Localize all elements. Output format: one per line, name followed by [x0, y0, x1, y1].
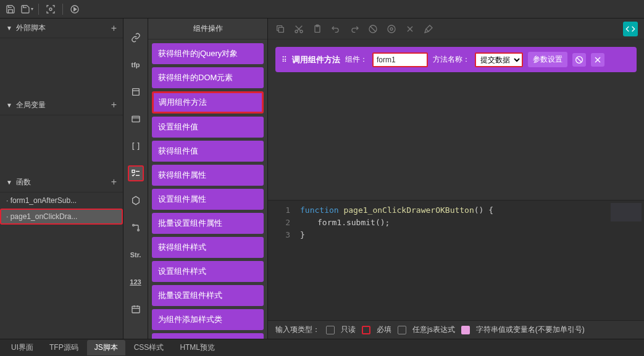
svg-line-31: [577, 57, 582, 62]
bottom-tabs: UI界面 TFP源码 JS脚本 CSS样式 HTML预览: [0, 339, 644, 356]
legend-readonly: 只读: [341, 325, 356, 335]
target-icon[interactable]: [44, 2, 57, 16]
chevron-down-icon: ▼: [6, 102, 12, 109]
tab-html[interactable]: HTML预览: [172, 340, 222, 355]
op-btn[interactable]: 设置组件属性: [152, 189, 264, 210]
add-icon[interactable]: +: [111, 23, 117, 34]
rail-str[interactable]: Str.: [128, 247, 144, 263]
svg-rect-5: [132, 116, 140, 122]
svg-point-26: [390, 28, 393, 30]
section-external-scripts[interactable]: ▼ 外部脚本 +: [0, 19, 123, 38]
svg-rect-3: [132, 89, 139, 96]
svg-point-27: [388, 25, 395, 33]
tab-tfp[interactable]: TFP源码: [42, 340, 86, 355]
svg-line-25: [370, 27, 375, 31]
op-btn[interactable]: 获得组件属性: [152, 165, 264, 186]
chevron-down-icon: ▼: [6, 179, 12, 186]
legend-required: 必填: [377, 325, 391, 335]
op-btn[interactable]: 移除组件的样式类: [152, 333, 264, 339]
legend-title: 输入项类型：: [275, 325, 320, 335]
op-btn[interactable]: 获得组件的jQuery对象: [152, 43, 264, 64]
svg-rect-7: [132, 170, 135, 173]
top-toolbar: ▾: [0, 0, 644, 19]
gutter: 1 2 3: [268, 201, 295, 321]
tab-css[interactable]: CSS样式: [127, 340, 172, 355]
save-dropdown-icon[interactable]: ▾: [20, 2, 33, 16]
op-btn[interactable]: 设置组件样式: [152, 261, 264, 282]
redo-icon[interactable]: [348, 23, 361, 35]
tab-ui[interactable]: UI界面: [4, 340, 41, 355]
rail-num[interactable]: 123: [128, 274, 144, 290]
left-panel: ▼ 外部脚本 + ▼ 全局变量 + ▼ 函数 + · form1_onAfter…: [0, 19, 123, 339]
component-label: 组件：: [345, 54, 367, 65]
code-view-icon[interactable]: [623, 22, 638, 36]
builder-area: ⠿ 调用组件方法 组件： 方法名称： 提交数据 参数设置: [268, 39, 644, 80]
op-btn[interactable]: 获得组件值: [152, 141, 264, 162]
undo-icon[interactable]: [330, 23, 342, 35]
drag-handle-icon[interactable]: ⠿: [282, 56, 287, 64]
rail-link-icon[interactable]: [128, 30, 144, 46]
ops-list[interactable]: 获得组件的jQuery对象 获得组件的DOM元素 调用组件方法 设置组件值 获得…: [148, 39, 267, 339]
brush-icon[interactable]: [422, 23, 435, 35]
rail-tfp[interactable]: tfp: [128, 57, 144, 73]
rail-brackets-icon[interactable]: [128, 138, 144, 154]
add-icon[interactable]: +: [111, 99, 117, 110]
settings-icon[interactable]: [385, 23, 398, 35]
save-icon[interactable]: [4, 2, 17, 16]
method-label: 方法名称：: [433, 54, 470, 65]
param-settings-button[interactable]: 参数设置: [528, 52, 567, 67]
rail-hex-icon[interactable]: [128, 192, 144, 209]
disable-icon[interactable]: [572, 53, 586, 67]
method-select[interactable]: 提交数据: [475, 52, 523, 67]
legend-bar: 输入项类型： 只读 必填 任意js表达式 字符串值或变量名(不要加单引号): [268, 320, 644, 339]
rail-flow-icon[interactable]: [128, 220, 144, 236]
block-icon[interactable]: [367, 23, 379, 35]
section-body: [0, 38, 123, 96]
separator: [38, 4, 39, 15]
play-icon[interactable]: [68, 2, 82, 16]
function-item-active[interactable]: · page1_onClickDra...: [0, 209, 123, 225]
section-global-vars[interactable]: ▼ 全局变量 +: [0, 96, 123, 115]
delete-icon[interactable]: [591, 53, 604, 67]
minimap[interactable]: [611, 203, 642, 221]
function-item[interactable]: · form1_onAfterSub...: [0, 192, 123, 209]
svg-marker-10: [132, 196, 139, 204]
legend-str: 字符串值或变量名(不要加单引号): [476, 325, 585, 335]
rail-calendar-icon[interactable]: [128, 301, 144, 317]
op-btn[interactable]: 获得组件样式: [152, 237, 264, 258]
copy-icon[interactable]: [274, 23, 286, 35]
close-icon[interactable]: [404, 23, 416, 35]
op-btn-active[interactable]: 调用组件方法: [152, 91, 264, 114]
builder-row: ⠿ 调用组件方法 组件： 方法名称： 提交数据 参数设置: [275, 47, 637, 72]
op-btn[interactable]: 设置组件值: [152, 117, 264, 138]
op-btn[interactable]: 批量设置组件属性: [152, 213, 264, 234]
rail-checklist-icon[interactable]: [128, 165, 144, 181]
svg-point-0: [49, 8, 52, 10]
legend-readonly-box: [326, 326, 335, 334]
op-btn[interactable]: 获得组件的DOM元素: [152, 67, 264, 88]
add-icon[interactable]: +: [111, 176, 117, 188]
separator: [62, 4, 63, 15]
builder-canvas[interactable]: [268, 80, 644, 200]
rail-page-icon[interactable]: [128, 84, 144, 100]
code-lines[interactable]: function page1_onClickDrawerOKButton() {…: [295, 201, 644, 321]
code-area[interactable]: 1 2 3 function page1_onClickDrawerOKButt…: [268, 200, 644, 321]
cut-icon[interactable]: [293, 23, 305, 35]
legend-str-box: [461, 326, 470, 334]
paste-icon[interactable]: [311, 23, 324, 35]
editor-toolbar: [268, 19, 644, 39]
tab-js[interactable]: JS脚本: [87, 340, 125, 355]
section-functions[interactable]: ▼ 函数 +: [0, 173, 123, 192]
op-btn[interactable]: 为组件添加样式类: [152, 309, 264, 330]
ops-panel: 组件操作 获得组件的jQuery对象 获得组件的DOM元素 调用组件方法 设置组…: [148, 19, 268, 339]
legend-expr: 任意js表达式: [412, 325, 455, 335]
main-area: ▼ 外部脚本 + ▼ 全局变量 + ▼ 函数 + · form1_onAfter…: [0, 19, 644, 339]
svg-rect-13: [132, 306, 140, 313]
component-input[interactable]: [372, 52, 428, 67]
rail-window-icon[interactable]: [128, 111, 144, 127]
legend-required-box: [362, 326, 370, 334]
svg-rect-17: [278, 27, 283, 32]
svg-marker-2: [74, 7, 77, 10]
icon-rail: tfp Str. 123: [123, 19, 148, 339]
op-btn[interactable]: 批量设置组件样式: [152, 285, 264, 306]
